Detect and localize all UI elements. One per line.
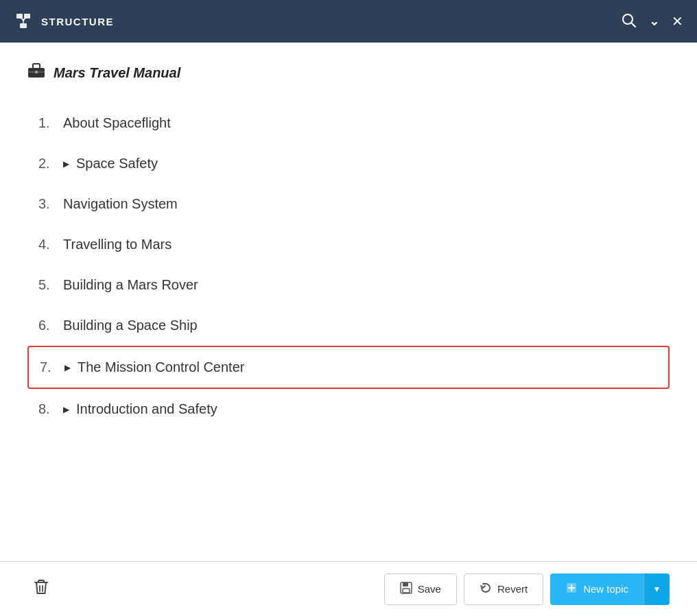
briefcase-icon bbox=[27, 63, 45, 82]
topic-number-8: 8. bbox=[38, 401, 60, 417]
topic-name-3: Navigation System bbox=[63, 196, 178, 212]
topic-number-1: 1. bbox=[38, 115, 60, 131]
close-icon[interactable]: ✕ bbox=[672, 14, 683, 28]
topic-expand-icon-8[interactable]: ▶ bbox=[63, 405, 69, 414]
manual-title-row: Mars Travel Manual bbox=[27, 63, 670, 82]
save-button[interactable]: Save bbox=[384, 573, 457, 605]
topic-number-7: 7. bbox=[40, 359, 62, 375]
svg-rect-16 bbox=[403, 589, 410, 593]
topic-expand-icon-2[interactable]: ▶ bbox=[63, 159, 69, 169]
topic-item-6[interactable]: 6.Building a Space Ship bbox=[27, 305, 670, 346]
topic-item-7[interactable]: 7.▶The Mission Control Center bbox=[27, 346, 670, 389]
topic-item-4[interactable]: 4.Travelling to Mars bbox=[27, 224, 670, 265]
dropdown-arrow-icon: ▼ bbox=[653, 584, 661, 594]
svg-rect-9 bbox=[33, 64, 40, 69]
topic-number-3: 3. bbox=[38, 196, 60, 212]
topic-name-8: Introduction and Safety bbox=[76, 401, 217, 417]
delete-button[interactable] bbox=[27, 573, 55, 606]
topic-name-7: The Mission Control Center bbox=[78, 359, 244, 375]
save-icon bbox=[400, 582, 412, 596]
revert-label: Revert bbox=[497, 583, 528, 595]
topic-name-6: Building a Space Ship bbox=[63, 318, 198, 333]
svg-rect-15 bbox=[403, 582, 408, 587]
revert-button[interactable]: Revert bbox=[464, 573, 543, 605]
svg-rect-2 bbox=[20, 23, 27, 28]
new-topic-label: New topic bbox=[583, 583, 628, 595]
footer-left bbox=[27, 573, 376, 606]
topic-list: 1.About Spaceflight2.▶Space Safety3.Navi… bbox=[27, 103, 670, 429]
topic-number-6: 6. bbox=[38, 318, 60, 333]
topic-number-4: 4. bbox=[38, 237, 60, 252]
header-actions: ⌄ ✕ bbox=[622, 13, 683, 30]
new-topic-icon bbox=[565, 582, 578, 596]
topic-name-5: Building a Mars Rover bbox=[63, 277, 198, 293]
main-content: Mars Travel Manual 1.About Spaceflight2.… bbox=[0, 43, 697, 561]
app-header: STRUCTURE ⌄ ✕ bbox=[0, 0, 697, 43]
topic-item-5[interactable]: 5.Building a Mars Rover bbox=[27, 265, 670, 305]
revert-icon bbox=[480, 582, 492, 596]
topic-name-1: About Spaceflight bbox=[63, 115, 171, 131]
topic-expand-icon-7[interactable]: ▶ bbox=[64, 363, 71, 372]
chevron-down-icon[interactable]: ⌄ bbox=[649, 15, 659, 27]
search-icon[interactable] bbox=[622, 13, 637, 30]
footer-right: Save Revert New topic bbox=[384, 573, 670, 605]
topic-name-4: Travelling to Mars bbox=[63, 237, 172, 252]
header-left: STRUCTURE bbox=[14, 12, 622, 31]
structure-icon bbox=[14, 12, 33, 31]
header-title: STRUCTURE bbox=[41, 16, 114, 27]
topic-item-1[interactable]: 1.About Spaceflight bbox=[27, 103, 670, 143]
new-topic-group: New topic ▼ bbox=[550, 573, 670, 605]
svg-line-7 bbox=[632, 23, 636, 27]
footer: Save Revert New topic bbox=[0, 561, 697, 616]
topic-number-2: 2. bbox=[38, 156, 60, 171]
topic-item-3[interactable]: 3.Navigation System bbox=[27, 184, 670, 224]
topic-item-8[interactable]: 8.▶Introduction and Safety bbox=[27, 389, 670, 429]
topic-name-2: Space Safety bbox=[76, 156, 158, 171]
save-label: Save bbox=[418, 583, 441, 595]
new-topic-button[interactable]: New topic bbox=[550, 573, 643, 605]
topic-item-2[interactable]: 2.▶Space Safety bbox=[27, 143, 670, 184]
new-topic-dropdown-button[interactable]: ▼ bbox=[643, 573, 670, 605]
svg-rect-11 bbox=[35, 71, 38, 73]
topic-number-5: 5. bbox=[38, 277, 60, 293]
manual-title-text: Mars Travel Manual bbox=[54, 65, 180, 81]
